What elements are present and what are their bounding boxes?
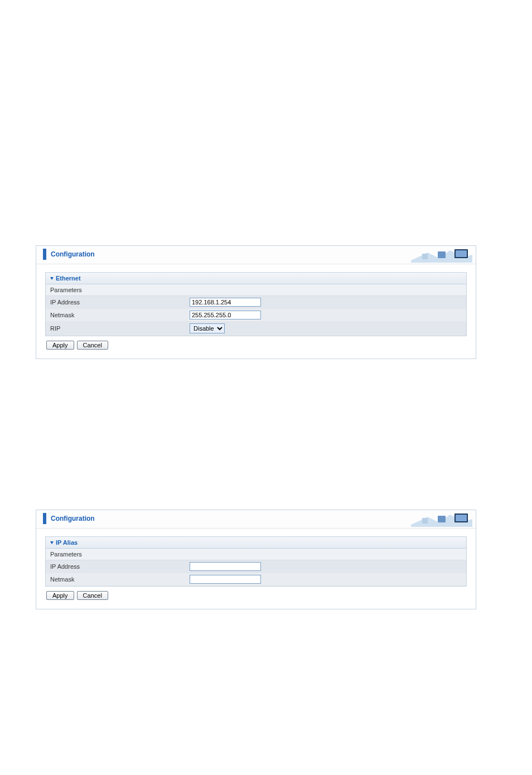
label-netmask: Netmask bbox=[50, 312, 190, 318]
config-panel-ethernet: Configuration Ethernet Parameters IP Add… bbox=[36, 245, 476, 359]
label-netmask: Netmask bbox=[50, 576, 190, 583]
chevron-down-icon bbox=[50, 541, 54, 544]
input-netmask[interactable] bbox=[190, 575, 261, 584]
section-header-ipalias[interactable]: IP Alias bbox=[46, 537, 466, 549]
config-panel-ipalias: Configuration IP Alias Parameters IP Add… bbox=[36, 510, 476, 609]
apply-button[interactable]: Apply bbox=[46, 341, 74, 350]
panel-content: Ethernet Parameters IP Address Netmask R… bbox=[36, 264, 476, 359]
section-title-text: IP Alias bbox=[56, 539, 78, 546]
svg-rect-8 bbox=[438, 516, 446, 522]
cancel-button[interactable]: Cancel bbox=[77, 591, 108, 600]
header-decoration-icon bbox=[411, 247, 472, 263]
panel-content: IP Alias Parameters IP Address Netmask A… bbox=[36, 529, 476, 609]
parameters-subheader: Parameters bbox=[46, 284, 466, 296]
chevron-down-icon bbox=[50, 277, 54, 280]
select-rip[interactable]: Disable bbox=[190, 323, 225, 333]
button-bar: Apply Cancel bbox=[45, 587, 467, 603]
panel-header: Configuration bbox=[36, 510, 476, 529]
row-ip-address: IP Address bbox=[46, 560, 466, 573]
svg-rect-7 bbox=[456, 515, 467, 521]
header-accent-bar bbox=[43, 513, 46, 524]
row-netmask: Netmask bbox=[46, 573, 466, 586]
section-header-ethernet[interactable]: Ethernet bbox=[46, 273, 466, 284]
section-title-text: Ethernet bbox=[56, 275, 81, 282]
ethernet-section: Ethernet Parameters IP Address Netmask R… bbox=[45, 272, 467, 336]
apply-button[interactable]: Apply bbox=[46, 591, 74, 600]
input-ip-address[interactable] bbox=[190, 298, 261, 307]
svg-rect-9 bbox=[422, 518, 428, 524]
parameters-subheader: Parameters bbox=[46, 549, 466, 560]
cancel-button[interactable]: Cancel bbox=[77, 341, 108, 350]
svg-rect-3 bbox=[438, 251, 446, 258]
header-title: Configuration bbox=[51, 515, 95, 522]
svg-rect-4 bbox=[422, 254, 428, 259]
label-rip: RIP bbox=[50, 325, 190, 332]
header-title: Configuration bbox=[51, 250, 95, 258]
label-ip-address: IP Address bbox=[50, 563, 190, 570]
button-bar: Apply Cancel bbox=[45, 336, 467, 353]
row-netmask: Netmask bbox=[46, 309, 466, 322]
panel-header: Configuration bbox=[36, 246, 476, 264]
header-decoration-icon bbox=[411, 511, 472, 527]
label-ip-address: IP Address bbox=[50, 299, 190, 306]
header-accent-bar bbox=[43, 249, 46, 260]
ipalias-section: IP Alias Parameters IP Address Netmask bbox=[45, 536, 467, 587]
input-netmask[interactable] bbox=[190, 311, 261, 319]
row-rip: RIP Disable bbox=[46, 322, 466, 336]
row-ip-address: IP Address bbox=[46, 296, 466, 309]
svg-rect-2 bbox=[456, 250, 467, 257]
input-ip-address[interactable] bbox=[190, 562, 261, 571]
